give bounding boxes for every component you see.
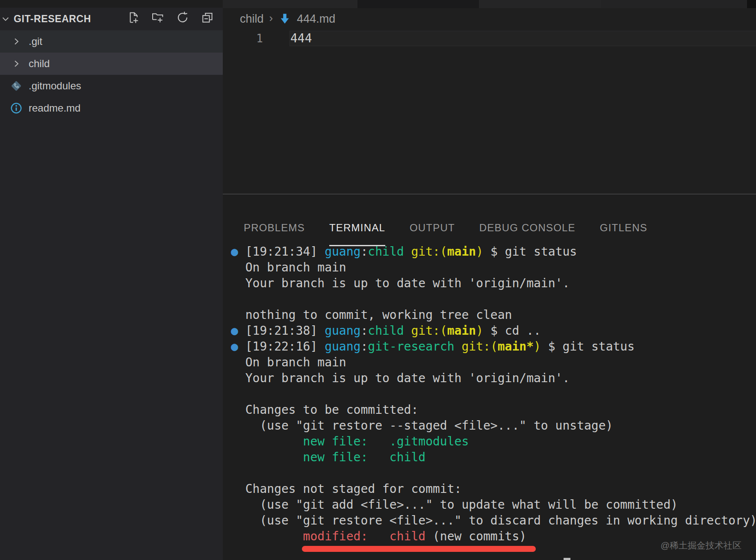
terminal-cursor-fragment (564, 558, 570, 560)
breadcrumb-file[interactable]: 444.md (297, 12, 335, 26)
chevron-down-icon (1, 14, 10, 24)
explorer-section-title: GIT-RESEARCH (14, 13, 91, 25)
refresh-explorer-button[interactable] (175, 10, 190, 25)
breadcrumb-separator-icon: › (269, 12, 273, 25)
new-file-button[interactable] (126, 10, 141, 25)
terminal-line (231, 465, 756, 481)
panel-tab-output[interactable]: OUTPUT (410, 210, 455, 246)
sidebar-item-label: readme.md (29, 102, 80, 114)
editor-area: child › 444.md 1 444 (223, 0, 756, 194)
vscode-window: GIT-RESEARCH .gitchild .gitmodules readm… (0, 0, 756, 560)
sidebar-item-child[interactable]: child (0, 53, 223, 75)
watermark: @稀土掘金技术社区 (661, 539, 741, 551)
info-file-icon (9, 101, 23, 115)
git-file-icon (9, 79, 23, 93)
sidebar-item-label: .gitmodules (29, 80, 81, 92)
terminal-output[interactable]: ● [19:21:34] guang:child git:(main) $ gi… (231, 244, 756, 544)
editor-tab-fragment (223, 0, 357, 8)
sidebar-top-strip (0, 0, 223, 8)
terminal-line: (use "git restore <file>..." to discard … (231, 513, 756, 528)
terminal-line: nothing to commit, working tree clean (231, 307, 756, 323)
new-file-icon (127, 11, 140, 24)
code-line[interactable]: 444 (290, 31, 312, 46)
panel-tab-debug-console[interactable]: DEBUG CONSOLE (479, 210, 576, 246)
terminal-line: Changes not staged for commit: (231, 481, 756, 497)
breadcrumb: child › 444.md (240, 10, 335, 27)
panel-tab-problems[interactable]: PROBLEMS (244, 210, 305, 246)
red-annotation-underline (302, 546, 536, 552)
line-number: 1 (231, 31, 263, 46)
editor-tab-fragment (601, 0, 747, 8)
chevron-right-icon (9, 35, 23, 48)
panel-tab-bar: PROBLEMSTERMINALOUTPUTDEBUG CONSOLEGITLE… (244, 210, 647, 246)
collapse-folders-button[interactable] (200, 10, 215, 25)
terminal-line: Your branch is up to date with 'origin/m… (231, 275, 756, 291)
terminal-line: On branch main (231, 259, 756, 275)
terminal-line: ● [19:22:16] guang:git-research git:(mai… (231, 339, 756, 354)
terminal-line: Your branch is up to date with 'origin/m… (231, 370, 756, 386)
explorer-sidebar: GIT-RESEARCH .gitchild .gitmodules readm… (0, 0, 223, 560)
terminal-line: new file: child (231, 449, 756, 465)
file-tree: .gitchild .gitmodules readme.md (0, 30, 223, 119)
editor-tab-fragment (357, 0, 479, 8)
current-line-highlight (289, 31, 756, 46)
terminal-line: (use "git restore --staged <file>..." to… (231, 418, 756, 433)
terminal-line: ● [19:21:38] guang:child git:(main) $ cd… (231, 323, 756, 339)
sidebar-item-readme-md[interactable]: readme.md (0, 97, 223, 119)
panel-tab-gitlens[interactable]: GITLENS (600, 210, 647, 246)
terminal-line: On branch main (231, 354, 756, 370)
terminal-line: ● [19:21:34] guang:child git:(main) $ gi… (231, 244, 756, 259)
editor-tab-fragment (479, 0, 601, 8)
sidebar-item-label: .git (29, 35, 42, 47)
chevron-right-icon (9, 57, 23, 71)
terminal-line (231, 291, 756, 307)
new-folder-button[interactable] (151, 10, 165, 25)
refresh-icon (176, 11, 189, 24)
sidebar-item-label: child (29, 58, 50, 70)
terminal-line: Changes to be committed: (231, 402, 756, 418)
terminal-line: (use "git add <file>..." to update what … (231, 497, 756, 513)
terminal-line: new file: .gitmodules (231, 433, 756, 449)
terminal-line (231, 386, 756, 402)
breadcrumb-folder[interactable]: child (240, 12, 264, 26)
markdown-file-icon (278, 12, 291, 25)
sidebar-item-git[interactable]: .git (0, 30, 223, 53)
collapse-all-icon (201, 11, 214, 24)
panel-tab-terminal[interactable]: TERMINAL (329, 210, 385, 246)
sidebar-item-gitmodules[interactable]: .gitmodules (0, 75, 223, 97)
editor-tab-fragment (747, 0, 756, 8)
new-folder-icon (151, 11, 165, 24)
